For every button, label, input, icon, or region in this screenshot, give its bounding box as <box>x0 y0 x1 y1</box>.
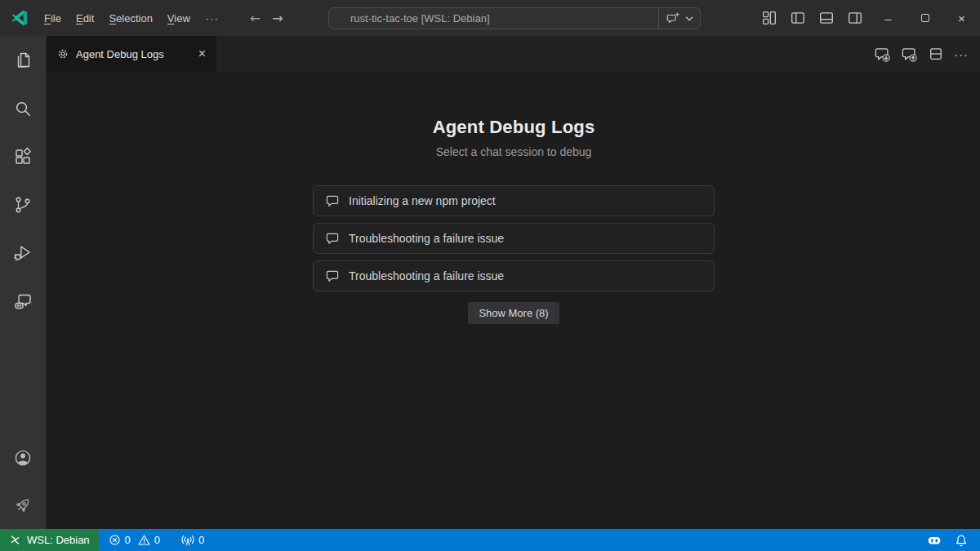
session-label: Troubleshooting a failure issue <box>349 232 504 245</box>
sidebar-item-source-control[interactable] <box>0 180 46 229</box>
go-forward-icon[interactable]: → <box>272 11 283 26</box>
session-label: Initializing a new npm project <box>349 194 496 207</box>
comment-icon <box>325 193 340 208</box>
chat-copilot-icon <box>13 291 33 311</box>
page-subtitle: Select a chat session to debug <box>313 145 715 158</box>
show-more-button[interactable]: Show More (8) <box>468 302 559 324</box>
error-count: 0 <box>125 534 131 546</box>
vscode-logo-icon <box>11 9 29 27</box>
comment-icon <box>325 231 340 246</box>
notifications-bell-icon[interactable] <box>955 534 968 547</box>
accounts-button[interactable] <box>0 434 46 482</box>
window-controls: – × <box>870 0 980 36</box>
remote-label: WSL: Debian <box>27 534 90 546</box>
menu-view[interactable]: View <box>160 9 198 28</box>
menu-selection[interactable]: Selection <box>101 9 159 28</box>
source-control-icon <box>13 195 33 215</box>
toggle-secondary-sidebar-icon[interactable] <box>844 7 866 29</box>
editor-tab-bar: Agent Debug Logs × ··· <box>47 36 980 72</box>
session-item[interactable]: Troubleshooting a failure issue <box>313 260 715 291</box>
sidebar-item-explorer[interactable] <box>0 36 46 84</box>
warning-count: 0 <box>154 534 160 546</box>
copilot-status-icon[interactable] <box>927 534 942 547</box>
ports-indicator[interactable]: 0 <box>176 529 209 551</box>
activity-bar <box>0 36 47 529</box>
page-title: Agent Debug Logs <box>313 117 715 138</box>
remote-wsl-icon <box>9 534 21 546</box>
sidebar-item-chat[interactable] <box>0 277 46 325</box>
radio-tower-icon <box>181 534 194 547</box>
chevron-down-icon[interactable] <box>684 13 695 24</box>
rocket-icon <box>13 495 33 515</box>
close-button[interactable]: × <box>943 0 980 36</box>
split-editor-icon[interactable] <box>928 46 944 62</box>
editor-content: Agent Debug Logs Select a chat session t… <box>47 72 980 529</box>
chat-session-download-icon[interactable] <box>874 46 891 63</box>
maximize-button[interactable] <box>906 0 943 36</box>
chat-session-upload-icon[interactable] <box>901 46 918 63</box>
more-actions-icon[interactable]: ··· <box>954 47 969 61</box>
minimize-button[interactable]: – <box>870 0 906 36</box>
session-list: Initializing a new npm project Troublesh… <box>313 185 715 291</box>
rocket-button[interactable] <box>0 482 46 529</box>
ports-count: 0 <box>198 534 204 546</box>
layout-controls <box>759 0 866 36</box>
problems-indicator[interactable]: 0 0 <box>104 529 165 551</box>
tab-agent-debug-logs[interactable]: Agent Debug Logs × <box>47 36 216 72</box>
copilot-chat-icon[interactable] <box>666 11 680 26</box>
tab-close-icon[interactable]: × <box>196 47 208 61</box>
sidebar-item-run-debug[interactable] <box>0 229 46 277</box>
error-icon <box>109 534 121 546</box>
sidebar-item-search[interactable] <box>0 84 46 132</box>
session-item[interactable]: Initializing a new npm project <box>313 185 715 216</box>
extensions-icon <box>13 147 33 167</box>
menu-bar: File Edit Selection View ··· <box>37 9 227 28</box>
comment-icon <box>325 269 340 283</box>
remote-indicator[interactable]: WSL: Debian <box>0 529 99 551</box>
toggle-primary-sidebar-icon[interactable] <box>787 7 808 29</box>
bug-icon <box>56 47 69 60</box>
menu-overflow-button[interactable]: ··· <box>198 9 227 28</box>
warning-icon <box>138 534 150 546</box>
menu-file[interactable]: File <box>37 9 69 28</box>
command-center[interactable]: rust-tic-tac-toe [WSL: Debian] <box>328 7 701 29</box>
run-and-debug-icon <box>13 243 33 263</box>
tab-label: Agent Debug Logs <box>76 48 189 60</box>
sidebar-item-extensions[interactable] <box>0 132 46 180</box>
command-center-title[interactable]: rust-tic-tac-toe [WSL: Debian] <box>329 12 658 24</box>
account-icon <box>13 448 33 468</box>
toggle-panel-icon[interactable] <box>816 7 837 29</box>
customize-layout-icon[interactable] <box>759 7 780 29</box>
session-item[interactable]: Troubleshooting a failure issue <box>313 223 715 254</box>
menu-edit[interactable]: Edit <box>69 9 101 28</box>
go-back-icon[interactable]: ← <box>250 11 261 26</box>
search-icon <box>13 99 33 118</box>
title-bar: File Edit Selection View ··· ← → rust-ti… <box>0 0 980 36</box>
editor-actions: ··· <box>874 36 980 72</box>
session-label: Troubleshooting a failure issue <box>349 269 504 282</box>
explorer-files-icon <box>13 51 33 70</box>
maximize-icon <box>921 14 929 22</box>
status-bar: WSL: Debian 0 0 0 <box>0 529 980 551</box>
